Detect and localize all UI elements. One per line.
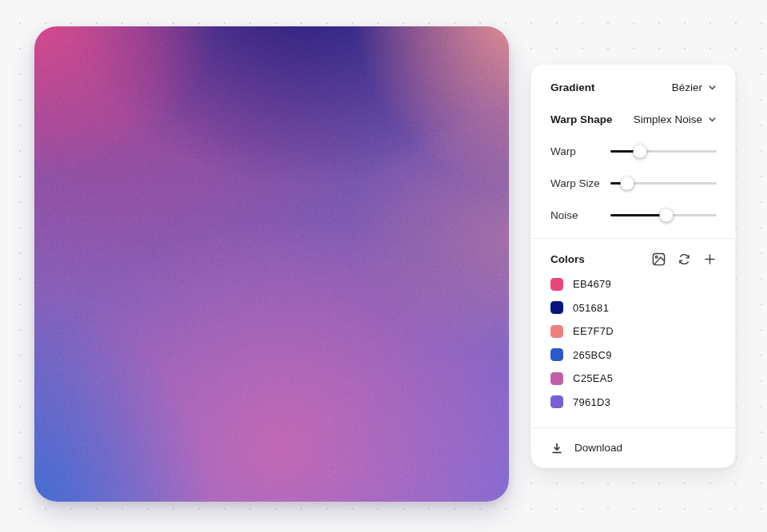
noise-slider-fill	[610, 214, 666, 216]
image-palette-icon[interactable]	[652, 252, 666, 266]
warp-slider[interactable]	[610, 144, 717, 158]
color-row-6[interactable]: 7961D3	[550, 391, 717, 415]
controls-section: Gradient Bézier Warp Shape Simplex Noise…	[531, 65, 735, 238]
color-swatch[interactable]	[550, 278, 563, 291]
color-hex-label: EB4679	[573, 278, 611, 290]
colors-section: Colors EB4679	[531, 239, 735, 427]
warp-shape-value: Simplex Noise	[634, 113, 702, 125]
color-swatch[interactable]	[550, 372, 563, 385]
warp-label: Warp	[550, 145, 576, 157]
color-swatch[interactable]	[550, 325, 563, 338]
gradient-type-value: Bézier	[672, 81, 702, 93]
noise-label: Noise	[550, 209, 578, 221]
gradient-preview-canvas	[34, 26, 509, 502]
color-hex-label: 051681	[573, 302, 609, 314]
color-hex-label: 265BC9	[573, 349, 612, 361]
warp-size-slider[interactable]	[610, 176, 717, 190]
color-swatch[interactable]	[550, 301, 563, 314]
warp-size-row: Warp Size	[550, 167, 717, 199]
warp-shape-dropdown[interactable]: Simplex Noise	[634, 113, 717, 125]
color-row-1[interactable]: EB4679	[550, 272, 717, 296]
color-row-4[interactable]: 265BC9	[550, 343, 717, 367]
noise-slider[interactable]	[610, 208, 717, 222]
warp-size-label: Warp Size	[550, 177, 600, 189]
chevron-down-icon	[708, 115, 717, 124]
refresh-icon[interactable]	[678, 252, 691, 266]
plus-icon[interactable]	[703, 252, 717, 266]
colors-header: Colors	[550, 245, 717, 272]
gradient-type-dropdown[interactable]: Bézier	[672, 81, 717, 93]
color-swatch[interactable]	[550, 395, 563, 408]
noise-grain-overlay	[34, 26, 509, 502]
chevron-down-icon	[708, 83, 717, 92]
noise-row: Noise	[550, 199, 717, 231]
warp-slider-thumb[interactable]	[634, 145, 647, 158]
download-button[interactable]: Download	[531, 428, 735, 467]
warp-shape-label: Warp Shape	[550, 113, 613, 125]
color-row-2[interactable]: 051681	[550, 296, 717, 320]
settings-panel: Gradient Bézier Warp Shape Simplex Noise…	[531, 64, 736, 468]
noise-slider-thumb[interactable]	[660, 208, 674, 222]
colors-title: Colors	[550, 253, 585, 265]
color-swatch[interactable]	[550, 348, 563, 361]
download-icon	[550, 442, 563, 455]
download-label: Download	[574, 442, 622, 454]
warp-shape-row: Warp Shape Simplex Noise	[550, 103, 717, 135]
color-row-5[interactable]: C25EA5	[550, 367, 717, 391]
warp-row: Warp	[550, 135, 717, 167]
color-row-3[interactable]: EE7F7D	[550, 320, 717, 343]
color-hex-label: C25EA5	[573, 372, 613, 384]
warp-size-slider-thumb[interactable]	[621, 177, 634, 190]
colors-actions	[652, 252, 717, 266]
gradient-row: Gradient Bézier	[550, 71, 717, 103]
color-hex-label: 7961D3	[573, 396, 610, 408]
gradient-label: Gradient	[550, 81, 595, 93]
color-hex-label: EE7F7D	[573, 325, 614, 337]
